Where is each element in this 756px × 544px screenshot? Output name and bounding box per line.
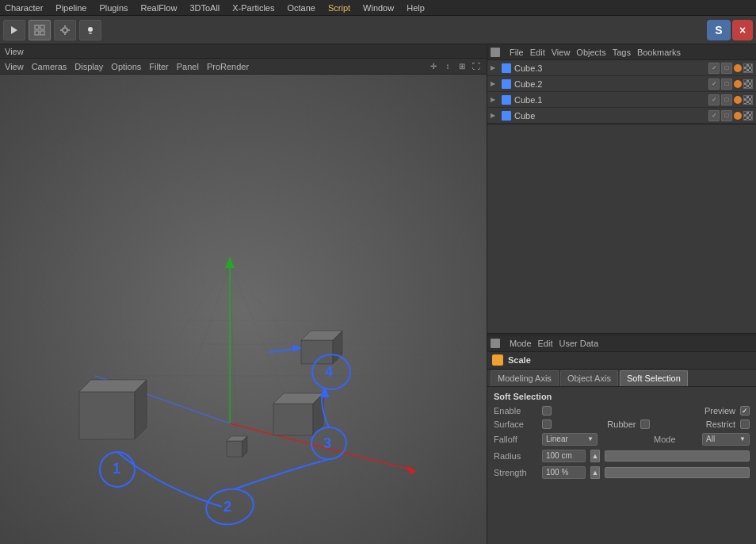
obj-row-cube[interactable]: ▶ Cube ✓ □ <box>487 108 756 124</box>
props-falloff-label: Falloff <box>494 435 537 444</box>
fullscreen-icon[interactable]: ⛶ <box>471 61 482 72</box>
toolbar-grid-btn[interactable] <box>29 20 51 40</box>
props-restrict-checkbox[interactable] <box>740 419 750 429</box>
obj-menu-bookmarks[interactable]: Bookmarks <box>637 48 681 57</box>
props-strength-stepper[interactable]: ▲ <box>590 466 600 479</box>
script-close-btn[interactable]: × <box>732 20 753 40</box>
viewport-canvas[interactable]: Perspective Total Objects 4 <box>0 75 487 544</box>
obj-icon-cube1 <box>502 95 511 105</box>
tab-object-axis[interactable]: Object Axis <box>560 370 618 386</box>
obj-lock-btn-cube1[interactable]: □ <box>721 94 732 105</box>
props-strength-label: Strength <box>494 468 537 477</box>
tab-modeling-axis[interactable]: Modeling Axis <box>491 370 559 386</box>
obj-btns-cube2: ✓ □ <box>708 79 753 90</box>
menu-character[interactable]: Character <box>3 3 44 13</box>
menu-script[interactable]: Script <box>326 3 352 13</box>
top-menubar: Character Pipeline Plugins RealFlow 3DTo… <box>0 0 756 16</box>
props-surface-checkbox[interactable] <box>542 419 552 429</box>
props-radius-bar <box>605 450 750 462</box>
menu-3dtoall[interactable]: 3DToAll <box>188 3 221 13</box>
props-preview-label: Preview <box>704 406 735 416</box>
view-submenu-panel[interactable]: Panel <box>177 62 199 71</box>
props-rubber-label: Rubber <box>607 419 636 429</box>
obj-menu-view[interactable]: View <box>552 48 571 57</box>
props-restrict-label: Restrict <box>706 419 735 429</box>
obj-vis-btn-cube1[interactable]: ✓ <box>708 94 720 105</box>
svg-rect-12 <box>0 75 487 544</box>
obj-name-cube2: Cube.2 <box>514 79 705 89</box>
cube1-group <box>79 380 147 439</box>
svg-rect-50 <box>502 95 511 105</box>
props-mode-dropdown[interactable]: All ▼ <box>702 433 750 446</box>
obj-lock-btn-cube[interactable]: □ <box>721 110 732 121</box>
menu-realflow[interactable]: RealFlow <box>139 3 179 13</box>
obj-icon-cube2 <box>502 79 511 89</box>
obj-menu-file[interactable]: File <box>510 48 524 57</box>
svg-rect-4 <box>40 31 44 35</box>
props-title-icon <box>492 354 503 366</box>
svg-text:4: 4 <box>325 364 333 380</box>
props-radius-stepper[interactable]: ▲ <box>590 450 600 462</box>
obj-vis-btn-cube2[interactable]: ✓ <box>708 79 720 90</box>
menu-pipeline[interactable]: Pipeline <box>54 3 88 13</box>
obj-color-cube2 <box>734 80 742 88</box>
props-rubber-checkbox[interactable] <box>640 419 650 429</box>
svg-marker-0 <box>11 26 17 34</box>
obj-row-cube3[interactable]: ▶ Cube.3 ✓ □ <box>487 60 756 76</box>
props-panel: Mode Edit User Data Scale Modeling Axis … <box>487 336 756 545</box>
view-submenu-prorender[interactable]: ProRender <box>207 62 249 71</box>
props-radius-label: Radius <box>494 451 537 461</box>
view-submenu-options[interactable]: Options <box>111 62 141 71</box>
props-tabs: Modeling Axis Object Axis Soft Selection <box>487 370 756 387</box>
toolbar-arrow-btn[interactable] <box>3 20 25 40</box>
obj-row-cube1[interactable]: ▶ Cube.1 ✓ □ <box>487 92 756 108</box>
cube2-group <box>273 393 323 435</box>
obj-menu-tags[interactable]: Tags <box>613 48 631 57</box>
obj-menu-edit[interactable]: Edit <box>530 48 545 57</box>
zoom-icon[interactable]: ⊞ <box>456 61 468 72</box>
menu-window[interactable]: Window <box>361 3 395 13</box>
props-falloff-dropdown[interactable]: Linear ▼ <box>542 433 598 446</box>
obj-color-cube1 <box>734 96 742 104</box>
props-mode-item-userdata[interactable]: User Data <box>559 339 599 348</box>
toolbar-light-btn[interactable] <box>79 20 101 40</box>
obj-vis-btn-cube3[interactable]: ✓ <box>708 63 720 74</box>
props-mode-item-edit[interactable]: Edit <box>538 339 553 348</box>
obj-mat-cube3 <box>743 63 753 73</box>
props-enable-checkbox[interactable] <box>542 406 552 416</box>
menu-octane[interactable]: Octane <box>285 3 316 13</box>
move-icon[interactable]: ✛ <box>428 61 439 72</box>
obj-arrow-cube3: ▶ <box>491 64 498 71</box>
menu-xparticles[interactable]: X-Particles <box>231 3 276 13</box>
props-content: Soft Selection Enable Preview Surface Ru… <box>487 387 756 545</box>
props-strength-input[interactable] <box>542 466 586 479</box>
toolbar-row: S × <box>0 16 756 44</box>
props-radius-row: Radius ▲ <box>494 450 750 462</box>
view-submenu-view[interactable]: View <box>5 62 24 71</box>
toolbar-settings-btn[interactable] <box>54 20 76 40</box>
props-title-text: Scale <box>508 355 531 365</box>
view-label: View <box>5 47 24 56</box>
props-surface-row: Surface Rubber Restrict <box>494 419 750 429</box>
rotate-icon[interactable]: ↕ <box>442 61 453 72</box>
obj-row-cube2[interactable]: ▶ Cube.2 ✓ □ <box>487 76 756 92</box>
obj-manager-menubar: File Edit View Objects Tags Bookmarks <box>487 44 756 60</box>
script-icon-btn[interactable]: S <box>707 20 731 40</box>
obj-lock-btn-cube3[interactable]: □ <box>721 63 732 74</box>
props-preview-checkbox[interactable] <box>740 406 750 416</box>
obj-mat-cube1 <box>743 95 753 105</box>
obj-menu-objects[interactable]: Objects <box>576 48 605 57</box>
tab-soft-selection[interactable]: Soft Selection <box>620 370 688 386</box>
view-submenu-cameras[interactable]: Cameras <box>32 62 67 71</box>
obj-vis-btn-cube[interactable]: ✓ <box>708 110 720 121</box>
props-mode-item-mode[interactable]: Mode <box>510 339 532 348</box>
svg-point-5 <box>63 28 67 33</box>
view-submenu-display[interactable]: Display <box>74 62 103 71</box>
menu-plugins[interactable]: Plugins <box>97 3 129 13</box>
main-layout: View View Cameras Display Options Filter… <box>0 44 756 544</box>
obj-lock-btn-cube2[interactable]: □ <box>721 79 732 90</box>
menu-help[interactable]: Help <box>405 3 426 13</box>
view-submenu-filter[interactable]: Filter <box>149 62 168 71</box>
props-radius-input[interactable] <box>542 450 586 462</box>
svg-marker-26 <box>79 392 135 439</box>
